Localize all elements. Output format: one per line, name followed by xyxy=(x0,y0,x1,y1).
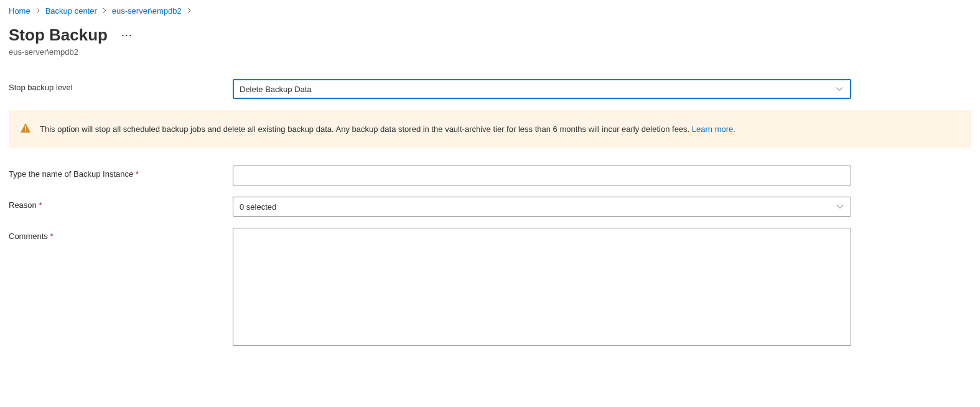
form-row-instance-name: Type the name of Backup Instance * xyxy=(9,166,971,185)
reason-label-text: Reason xyxy=(9,200,37,210)
warning-alert-message: This option will stop all scheduled back… xyxy=(40,124,689,134)
chevron-down-icon xyxy=(835,85,844,94)
stop-backup-level-label: Stop backup level xyxy=(9,79,233,92)
breadcrumb-resource[interactable]: eus-server\empdb2 xyxy=(112,6,182,16)
chevron-right-icon xyxy=(102,7,107,16)
breadcrumb: Home Backup center eus-server\empdb2 xyxy=(9,6,971,16)
more-actions-button[interactable]: ··· xyxy=(119,26,135,44)
form-row-reason: Reason * 0 selected xyxy=(9,197,971,217)
warning-alert: This option will stop all scheduled back… xyxy=(9,110,971,148)
form-row-comments: Comments * xyxy=(9,228,971,348)
chevron-right-icon xyxy=(187,7,192,16)
breadcrumb-home[interactable]: Home xyxy=(9,6,30,16)
page-subtitle: eus-server\empdb2 xyxy=(9,47,971,57)
form-row-stop-backup-level: Stop backup level Delete Backup Data xyxy=(9,79,971,99)
warning-alert-text: This option will stop all scheduled back… xyxy=(40,124,735,134)
instance-name-input[interactable] xyxy=(233,166,851,185)
reason-value: 0 selected xyxy=(240,202,276,212)
page-title: Stop Backup xyxy=(9,26,108,45)
comments-label-text: Comments xyxy=(9,232,48,241)
svg-rect-1 xyxy=(25,130,26,131)
stop-backup-level-select[interactable]: Delete Backup Data xyxy=(233,79,851,99)
breadcrumb-backup-center[interactable]: Backup center xyxy=(45,6,97,16)
reason-select[interactable]: 0 selected xyxy=(233,197,851,217)
svg-rect-0 xyxy=(25,126,26,130)
stop-backup-level-value: Delete Backup Data xyxy=(240,85,312,94)
page-title-row: Stop Backup ··· xyxy=(9,26,971,45)
warning-icon xyxy=(20,123,31,136)
required-indicator: * xyxy=(39,200,42,210)
comments-textarea[interactable] xyxy=(233,228,851,346)
instance-name-label-text: Type the name of Backup Instance xyxy=(9,169,133,179)
learn-more-link[interactable]: Learn more. xyxy=(692,124,735,134)
instance-name-label: Type the name of Backup Instance * xyxy=(9,166,233,179)
comments-label: Comments * xyxy=(9,228,233,241)
required-indicator: * xyxy=(50,232,53,241)
reason-label: Reason * xyxy=(9,197,233,210)
chevron-down-icon xyxy=(836,202,844,212)
required-indicator: * xyxy=(136,169,139,179)
chevron-right-icon xyxy=(35,7,40,16)
